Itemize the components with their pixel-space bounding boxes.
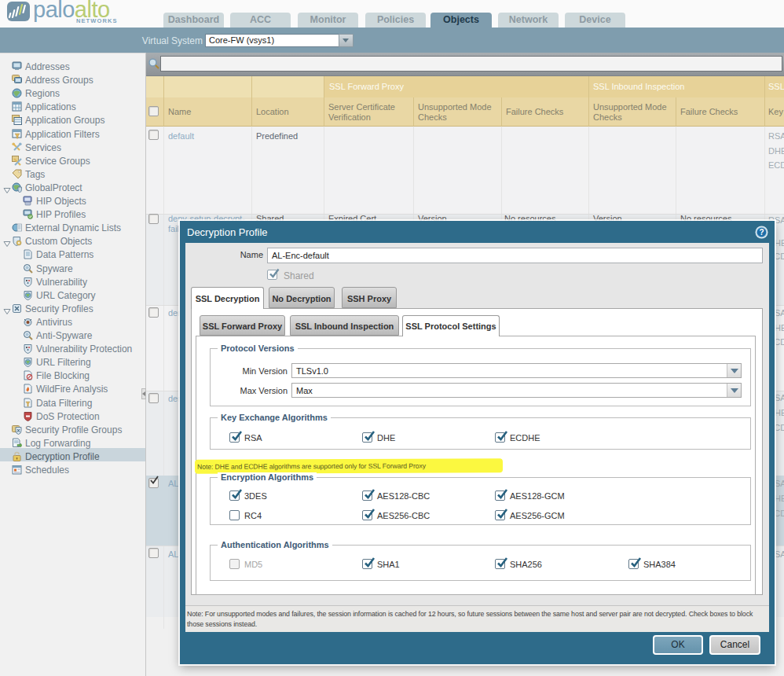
svg-text:?: ? — [759, 228, 764, 237]
